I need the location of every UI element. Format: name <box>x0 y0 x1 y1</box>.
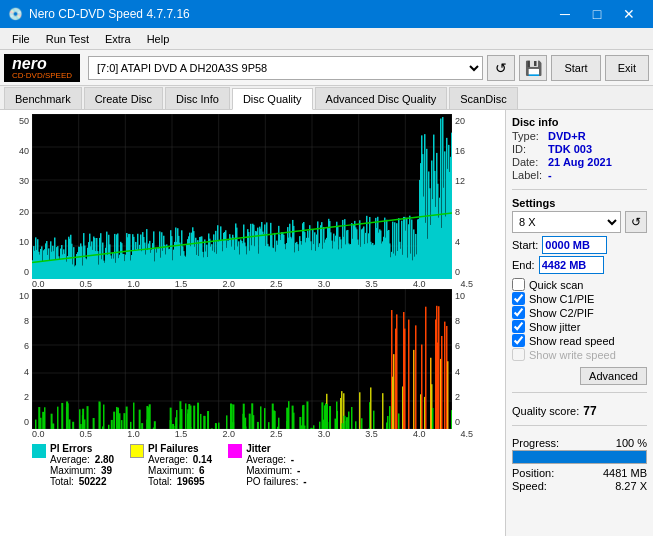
close-button[interactable]: ✕ <box>613 0 645 28</box>
jitter-avg-val: - <box>291 454 294 465</box>
show-c1-row: Show C1/PIE <box>512 292 647 305</box>
show-c2-label: Show C2/PIF <box>529 307 594 319</box>
pi-failures-label: PI Failures <box>148 443 212 454</box>
tab-advanced-disc-quality[interactable]: Advanced Disc Quality <box>315 87 448 109</box>
pi-failures-avg-label: Average: <box>148 454 188 465</box>
bottom-y-axis-left: 10 8 6 4 2 0 <box>4 289 32 429</box>
tab-create-disc[interactable]: Create Disc <box>84 87 163 109</box>
end-label: End: <box>512 259 535 271</box>
pi-errors-total-val: 50222 <box>79 476 107 487</box>
progress-bar-inner <box>513 451 646 463</box>
quick-scan-checkbox[interactable] <box>512 278 525 291</box>
show-write-speed-row: Show write speed <box>512 348 647 361</box>
pi-failures-color <box>130 444 144 458</box>
settings-title: Settings <box>512 197 647 209</box>
top-chart-canvas <box>32 114 452 279</box>
jitter-po-label: PO failures: <box>246 476 298 487</box>
bottom-chart-wrapper: 10 8 6 4 2 0 10 8 6 4 2 0 <box>4 289 501 439</box>
show-read-speed-checkbox[interactable] <box>512 334 525 347</box>
quick-scan-label: Quick scan <box>529 279 583 291</box>
chart-legend: PI Errors Average: 2.80 Maximum: 39 Tota… <box>4 439 501 487</box>
menu-run-test[interactable]: Run Test <box>38 31 97 47</box>
legend-pi-failures: PI Failures Average: 0.14 Maximum: 6 Tot… <box>130 443 212 487</box>
toolbar: nero CD·DVD/SPEED [7:0] ATAPI DVD A DH20… <box>0 50 653 86</box>
progress-value: 100 % <box>616 437 647 449</box>
show-read-speed-label: Show read speed <box>529 335 615 347</box>
disc-date-row: Date: 21 Aug 2021 <box>512 156 647 168</box>
disc-type-value: DVD+R <box>548 130 586 142</box>
speed-row: 8 X Max 4 X 2 X 1 X ↺ <box>512 211 647 233</box>
disc-id-value: TDK 003 <box>548 143 592 155</box>
progress-bar-outer <box>512 450 647 464</box>
menu-help[interactable]: Help <box>139 31 178 47</box>
save-icon-btn[interactable]: 💾 <box>519 55 547 81</box>
show-write-speed-checkbox <box>512 348 525 361</box>
quick-scan-row: Quick scan <box>512 278 647 291</box>
divider-2 <box>512 392 647 393</box>
start-label: Start: <box>512 239 538 251</box>
show-read-speed-row: Show read speed <box>512 334 647 347</box>
start-button[interactable]: Start <box>551 55 600 81</box>
position-value: 4481 MB <box>603 467 647 479</box>
jitter-color <box>228 444 242 458</box>
pi-errors-avg-val: 2.80 <box>95 454 114 465</box>
end-input[interactable] <box>539 256 604 274</box>
quality-score-label: Quality score: <box>512 405 579 417</box>
pi-failures-total-label: Total: <box>148 476 172 487</box>
app-icon: 💿 <box>8 7 23 21</box>
refresh-icon-btn[interactable]: ↺ <box>487 55 515 81</box>
minimize-button[interactable]: ─ <box>549 0 581 28</box>
show-jitter-label: Show jitter <box>529 321 580 333</box>
show-c1-checkbox[interactable] <box>512 292 525 305</box>
menu-bar: File Run Test Extra Help <box>0 28 653 50</box>
position-row: Position: 4481 MB <box>512 467 647 479</box>
pi-failures-max-val: 6 <box>199 465 205 476</box>
jitter-max-val: - <box>297 465 300 476</box>
menu-file[interactable]: File <box>4 31 38 47</box>
nero-logo: nero CD·DVD/SPEED <box>4 54 80 82</box>
top-chart-wrapper: 50 40 30 20 10 0 20 16 12 8 4 0 <box>4 114 501 289</box>
pi-failures-max-label: Maximum: <box>148 465 194 476</box>
speed-select[interactable]: 8 X Max 4 X 2 X 1 X <box>512 211 621 233</box>
quality-score-value: 77 <box>583 404 596 418</box>
bottom-x-axis: 0.00.51.01.52.02.53.03.54.04.5 <box>32 429 473 439</box>
show-jitter-checkbox[interactable] <box>512 320 525 333</box>
window-controls: ─ □ ✕ <box>549 0 645 28</box>
exit-button[interactable]: Exit <box>605 55 649 81</box>
jitter-max-label: Maximum: <box>246 465 292 476</box>
jitter-label: Jitter <box>246 443 306 454</box>
right-panel: Disc info Type: DVD+R ID: TDK 003 Date: … <box>505 110 653 536</box>
tab-scan-disc[interactable]: ScanDisc <box>449 87 517 109</box>
speed-label-info: Speed: <box>512 480 547 492</box>
show-c2-checkbox[interactable] <box>512 306 525 319</box>
disc-type-row: Type: DVD+R <box>512 130 647 142</box>
bottom-chart-canvas <box>32 289 452 429</box>
title-bar: 💿 Nero CD-DVD Speed 4.7.7.16 ─ □ ✕ <box>0 0 653 28</box>
maximize-button[interactable]: □ <box>581 0 613 28</box>
bottom-y-axis-right: 10 8 6 4 2 0 <box>452 289 476 429</box>
divider-1 <box>512 189 647 190</box>
window-title: Nero CD-DVD Speed 4.7.7.16 <box>29 7 549 21</box>
disc-date-value: 21 Aug 2021 <box>548 156 612 168</box>
tab-disc-info[interactable]: Disc Info <box>165 87 230 109</box>
disc-id-row: ID: TDK 003 <box>512 143 647 155</box>
advanced-button[interactable]: Advanced <box>580 367 647 385</box>
top-y-axis-right: 20 16 12 8 4 0 <box>452 114 476 279</box>
quality-score-row: Quality score: 77 <box>512 404 647 418</box>
start-input[interactable] <box>542 236 607 254</box>
legend-pi-errors: PI Errors Average: 2.80 Maximum: 39 Tota… <box>32 443 114 487</box>
disc-info-section: Disc info Type: DVD+R ID: TDK 003 Date: … <box>512 116 647 182</box>
disc-label-label: Label: <box>512 169 544 181</box>
disc-label-row: Label: - <box>512 169 647 181</box>
disc-type-label: Type: <box>512 130 544 142</box>
pi-errors-color <box>32 444 46 458</box>
tab-disc-quality[interactable]: Disc Quality <box>232 88 313 110</box>
legend-jitter: Jitter Average: - Maximum: - PO failures… <box>228 443 306 487</box>
menu-extra[interactable]: Extra <box>97 31 139 47</box>
pi-failures-avg-val: 0.14 <box>193 454 212 465</box>
refresh-button[interactable]: ↺ <box>625 211 647 233</box>
pi-failures-total-val: 19695 <box>177 476 205 487</box>
drive-select[interactable]: [7:0] ATAPI DVD A DH20A3S 9P58 <box>88 56 483 80</box>
tab-benchmark[interactable]: Benchmark <box>4 87 82 109</box>
progress-label: Progress: <box>512 437 559 449</box>
